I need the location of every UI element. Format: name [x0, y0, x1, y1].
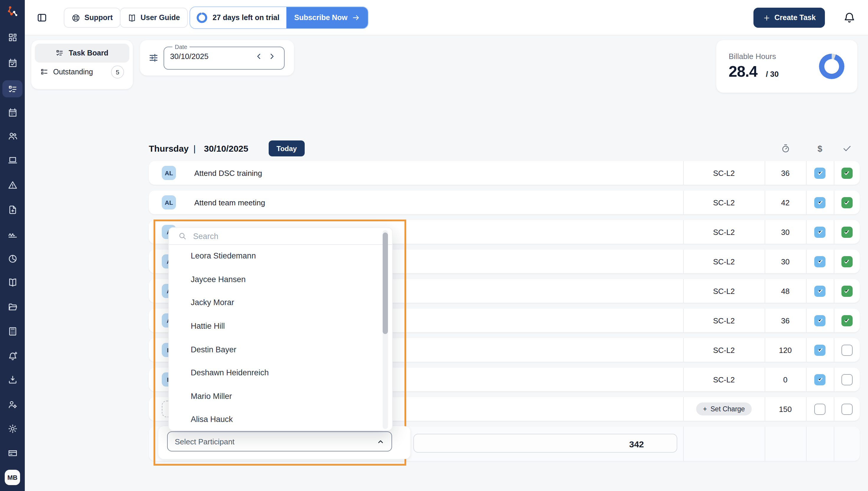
date-prev-chevron-icon[interactable]: [252, 50, 265, 63]
sidebar-item-signature[interactable]: [0, 226, 25, 240]
billable-column-dollar-icon: $: [815, 143, 825, 153]
duration-value[interactable]: 36: [765, 309, 806, 332]
task-row[interactable]: AL Attend DSC training SC-L2 36: [149, 161, 860, 185]
dropdown-option[interactable]: Destin Bayer: [169, 338, 382, 361]
sidebar-item-team[interactable]: [0, 129, 25, 143]
duration-value[interactable]: 48: [765, 279, 806, 303]
sidebar-item-task-board[interactable]: [0, 82, 25, 96]
dropdown-option[interactable]: Hattie Hill: [169, 315, 382, 338]
charge-code[interactable]: SC-L2: [683, 309, 765, 332]
sidebar-item-user-roles[interactable]: [0, 397, 25, 411]
done-checkbox[interactable]: [841, 374, 852, 385]
done-checkbox[interactable]: [841, 285, 852, 296]
done-checkbox[interactable]: [841, 403, 852, 414]
sidebar-item-time-chart[interactable]: [0, 252, 25, 266]
dropdown-option[interactable]: Leora Stiedemann: [169, 244, 382, 268]
task-row[interactable]: AL Attend team meeting SC-L2 42: [149, 191, 860, 214]
task-title: Attend team meeting: [194, 191, 265, 214]
title-divider: |: [193, 143, 196, 153]
set-charge-button[interactable]: + Set Charge: [696, 403, 752, 415]
board-nav-card: Task Board Outstanding 5: [31, 40, 133, 89]
billable-checkbox[interactable]: [814, 403, 825, 414]
dropdown-option[interactable]: Jacky Morar: [169, 291, 382, 314]
filter-sliders-icon[interactable]: [148, 53, 159, 63]
app-logo-icon[interactable]: [5, 4, 20, 18]
billable-checkbox[interactable]: [814, 256, 825, 267]
billable-checkbox[interactable]: [814, 315, 825, 326]
sidebar-item-knowledge[interactable]: [0, 275, 25, 289]
sidebar-item-calendar-check[interactable]: [0, 55, 25, 69]
charge-code[interactable]: SC-L2: [683, 191, 765, 214]
user-guide-button[interactable]: User Guide: [120, 8, 188, 28]
billable-checkbox[interactable]: [814, 285, 825, 296]
trial-banner: 27 days left on trial Subscribe Now: [190, 6, 368, 29]
date-next-chevron-icon[interactable]: [265, 50, 278, 63]
trial-status: 27 days left on trial: [190, 7, 286, 28]
dropdown-option[interactable]: Mario Miller: [169, 384, 382, 408]
sidebar-item-reminders[interactable]: [0, 349, 25, 363]
support-button[interactable]: Support: [64, 8, 120, 28]
done-checkbox[interactable]: [841, 256, 852, 267]
charge-code[interactable]: SC-L2: [683, 368, 765, 391]
duration-value[interactable]: 120: [765, 338, 806, 362]
total-hours-value: 342: [616, 427, 657, 461]
trial-days-label: 27 days left on trial: [213, 13, 279, 22]
search-icon: [178, 232, 187, 240]
duration-value[interactable]: 0: [765, 368, 806, 391]
sidebar-item-calculator[interactable]: [0, 324, 25, 338]
charge-code[interactable]: SC-L2: [683, 279, 765, 303]
subscribe-label: Subscribe Now: [294, 13, 347, 22]
charge-code[interactable]: SC-L2: [683, 161, 765, 185]
create-task-button[interactable]: Create Task: [753, 8, 825, 28]
charge-code[interactable]: SC-L2: [683, 220, 765, 244]
duration-value[interactable]: 150: [765, 397, 806, 421]
subscribe-now-button[interactable]: Subscribe Now: [286, 7, 368, 28]
dropdown-search-input[interactable]: [192, 231, 383, 241]
sidebar-item-settings[interactable]: [0, 422, 25, 436]
done-checkbox[interactable]: [841, 344, 852, 355]
done-column-check-icon: [842, 143, 852, 153]
sidebar: MB: [0, 0, 25, 491]
date-field-label: Date: [172, 44, 190, 50]
date-field: Date 30/10/2025: [164, 44, 285, 69]
dropdown-option[interactable]: Alisa Hauck: [169, 408, 382, 431]
done-checkbox[interactable]: [841, 315, 852, 326]
done-checkbox[interactable]: [841, 226, 852, 237]
dropdown-option[interactable]: Deshawn Heidenreich: [169, 361, 382, 384]
billable-checkbox[interactable]: [814, 197, 825, 208]
sidebar-toggle-icon[interactable]: [37, 12, 47, 23]
charge-code[interactable]: SC-L2: [683, 250, 765, 273]
duration-value[interactable]: 42: [765, 191, 806, 214]
billable-hours-value: 28.4: [729, 63, 757, 81]
duration-value[interactable]: 30: [765, 250, 806, 273]
sidebar-item-devices[interactable]: [0, 153, 25, 167]
sidebar-item-file-add[interactable]: [0, 202, 25, 216]
sidebar-item-calendar[interactable]: [0, 105, 25, 119]
sidebar-item-downloads[interactable]: [0, 372, 25, 386]
sidebar-item-alerts[interactable]: [0, 178, 25, 192]
notifications-bell-icon[interactable]: [843, 11, 856, 24]
participant-select[interactable]: Select Participant: [167, 431, 392, 452]
billable-checkbox[interactable]: [814, 374, 825, 385]
nav-item-task-board[interactable]: Task Board: [35, 44, 129, 63]
sidebar-item-dashboard[interactable]: [0, 30, 25, 44]
sidebar-item-billing[interactable]: [0, 445, 25, 460]
nav-item-outstanding[interactable]: Outstanding 5: [35, 63, 129, 82]
done-checkbox[interactable]: [841, 197, 852, 208]
billable-checkbox[interactable]: [814, 167, 825, 178]
task-title: Attend DSC training: [194, 161, 262, 185]
charge-code[interactable]: SC-L2: [683, 338, 765, 362]
dropdown-option[interactable]: Jaycee Hansen: [169, 268, 382, 291]
weekday-label: Thursday: [149, 143, 189, 153]
today-button[interactable]: Today: [269, 140, 305, 156]
sidebar-item-files[interactable]: [0, 300, 25, 314]
duration-column-timer-icon: [781, 143, 791, 153]
duration-value[interactable]: 30: [765, 220, 806, 244]
user-avatar[interactable]: MB: [5, 470, 20, 485]
date-value[interactable]: 30/10/2025: [170, 52, 252, 60]
dropdown-scrollbar-thumb[interactable]: [383, 233, 388, 334]
done-checkbox[interactable]: [841, 167, 852, 178]
duration-value[interactable]: 36: [765, 161, 806, 185]
billable-checkbox[interactable]: [814, 226, 825, 237]
billable-checkbox[interactable]: [814, 344, 825, 355]
